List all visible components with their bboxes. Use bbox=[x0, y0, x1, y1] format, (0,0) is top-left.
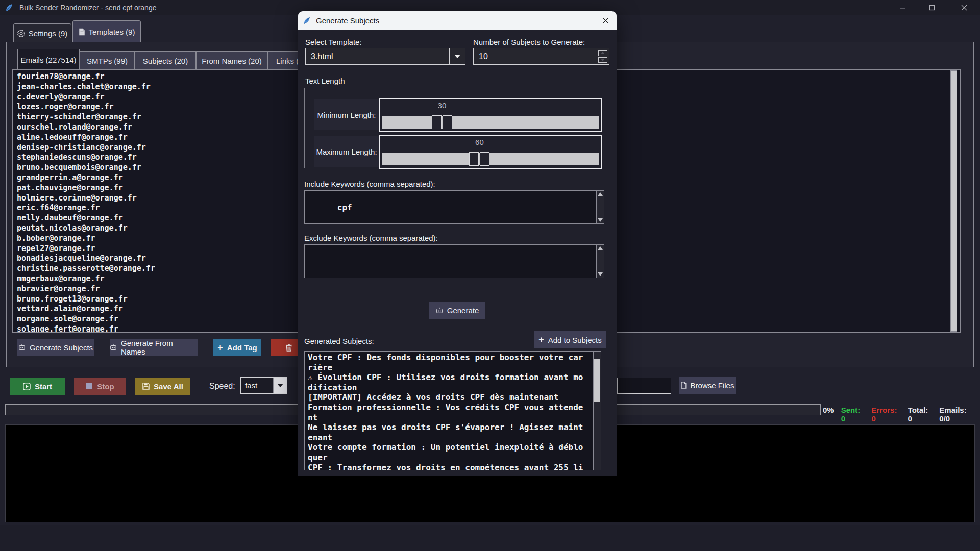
save-all-label: Save All bbox=[154, 382, 183, 391]
slider-track[interactable] bbox=[382, 116, 599, 129]
template-value: 3.html bbox=[311, 52, 333, 61]
max-length-value: 60 bbox=[475, 138, 484, 146]
generate-button[interactable]: Generate bbox=[429, 302, 485, 319]
min-length-value: 30 bbox=[438, 101, 447, 110]
file-icon bbox=[681, 382, 687, 389]
email-list-scrollbar[interactable] bbox=[950, 70, 957, 332]
spinner-buttons[interactable] bbox=[598, 50, 607, 63]
browse-files-button[interactable]: Browse Files bbox=[679, 377, 736, 394]
include-keywords-value: cpf bbox=[337, 203, 352, 212]
chevron-down-icon[interactable] bbox=[449, 48, 465, 64]
generated-subjects-list[interactable]: Votre CPF : Des fonds disponibles pour b… bbox=[304, 351, 601, 470]
dialog-titlebar: Generate Subjects bbox=[298, 11, 617, 30]
subjects-scrollbar[interactable] bbox=[593, 351, 601, 470]
desktop: Bulk Sender Randomizer - send cpf orange… bbox=[0, 0, 980, 551]
subtab-smtps[interactable]: SMTPs (99) bbox=[80, 51, 135, 71]
arrow-up-icon bbox=[598, 246, 603, 250]
play-icon bbox=[23, 383, 31, 390]
app-feather-icon bbox=[5, 4, 13, 12]
min-length-slider[interactable]: 30 bbox=[379, 98, 602, 132]
window-title: Bulk Sender Randomizer - send cpf orange bbox=[19, 4, 156, 12]
tab-templates-label: Templates (9) bbox=[89, 28, 135, 36]
close-button[interactable] bbox=[952, 0, 976, 15]
save-icon bbox=[142, 383, 150, 390]
max-length-slider[interactable]: 60 bbox=[379, 135, 602, 169]
subtab-from-names[interactable]: From Names (20) bbox=[196, 51, 267, 71]
arrow-down-icon bbox=[598, 272, 603, 276]
min-length-label: Minimum Length: bbox=[317, 111, 376, 119]
document-icon bbox=[79, 28, 85, 36]
arrow-up-icon bbox=[598, 192, 603, 196]
app-feather-icon bbox=[303, 17, 311, 24]
plus-icon: + bbox=[538, 335, 544, 344]
browse-files-label: Browse Files bbox=[691, 381, 734, 390]
min-length-labelpanel: Minimum Length: bbox=[314, 99, 379, 130]
subtab-emails[interactable]: Emails (227514) bbox=[17, 49, 80, 71]
stop-button[interactable]: Stop bbox=[74, 378, 126, 395]
tab-settings-label: Settings (9) bbox=[29, 29, 68, 38]
stop-icon bbox=[86, 383, 93, 390]
subject-count-value: 10 bbox=[479, 52, 488, 61]
template-combobox[interactable]: 3.html bbox=[305, 48, 465, 65]
subject-count-label: Number of Subjects to Generate: bbox=[473, 38, 585, 46]
file-path-input[interactable] bbox=[617, 378, 671, 394]
include-scrollbar[interactable] bbox=[596, 190, 604, 224]
dialog-title: Generate Subjects bbox=[316, 16, 379, 25]
start-button[interactable]: Start bbox=[10, 378, 65, 395]
emails-count: Emails: 0/0 bbox=[939, 406, 976, 423]
generate-subjects-button[interactable]: Generate Subjects bbox=[17, 339, 94, 356]
status-stats: 0% Sent: 0 Errors: 0 Total: 0 Emails: 0/… bbox=[823, 406, 976, 423]
save-all-button[interactable]: Save All bbox=[135, 378, 190, 395]
robot-icon bbox=[18, 344, 26, 351]
subject-item: Ne laissez pas vos droits CPF s'évaporer… bbox=[308, 422, 587, 442]
subject-count-spinner[interactable]: 10 bbox=[473, 48, 609, 65]
subtab-subjects-label: Subjects (20) bbox=[143, 57, 188, 65]
dialog-close-button[interactable] bbox=[598, 14, 612, 27]
subject-item: ⚠ Évolution CPF : Utilisez vos droits fo… bbox=[308, 372, 587, 392]
subtab-smtps-label: SMTPs (99) bbox=[87, 57, 128, 65]
plus-icon: + bbox=[217, 343, 223, 352]
subject-item: Formation professionnelle : Vos crédits … bbox=[308, 403, 587, 422]
generated-subjects-label: Generated Subjects: bbox=[304, 337, 374, 345]
text-length-group: Minimum Length: 30 Maximum Length: 60 bbox=[304, 88, 610, 168]
include-keywords-input[interactable]: cpf bbox=[304, 190, 596, 224]
spin-up-icon[interactable] bbox=[598, 50, 607, 56]
robot-icon bbox=[110, 344, 117, 351]
slider-track[interactable] bbox=[382, 153, 599, 165]
subject-item: CPF : Transformez vos droits en compéten… bbox=[308, 463, 587, 470]
generate-from-names-label: Generate From Names bbox=[121, 339, 198, 356]
stop-label: Stop bbox=[97, 382, 114, 391]
max-length-label: Maximum Length: bbox=[316, 147, 377, 156]
subtab-subjects[interactable]: Subjects (20) bbox=[135, 51, 196, 71]
trash-icon bbox=[285, 344, 292, 352]
generate-subjects-label: Generate Subjects bbox=[30, 343, 93, 352]
start-label: Start bbox=[35, 382, 52, 391]
generate-from-names-button[interactable]: Generate From Names bbox=[110, 339, 198, 356]
spin-down-icon[interactable] bbox=[598, 57, 607, 63]
chevron-down-icon[interactable] bbox=[273, 378, 287, 393]
speed-label: Speed: bbox=[209, 382, 235, 391]
speed-select[interactable]: fast bbox=[240, 377, 287, 394]
add-to-subjects-label: Add to Subjects bbox=[548, 336, 602, 344]
progress-percent: 0% bbox=[823, 406, 834, 423]
exclude-keywords-input[interactable] bbox=[304, 244, 596, 278]
exclude-scrollbar[interactable] bbox=[596, 244, 604, 278]
add-to-subjects-button[interactable]: + Add to Subjects bbox=[534, 331, 606, 348]
select-template-label: Select Template: bbox=[305, 38, 362, 46]
subject-item: Votre CPF : Des fonds disponibles pour b… bbox=[308, 353, 587, 372]
tab-templates[interactable]: Templates (9) bbox=[72, 20, 141, 42]
add-tag-button[interactable]: + Add Tag bbox=[213, 339, 261, 356]
scroll-thumb[interactable] bbox=[594, 359, 600, 402]
slider-handle[interactable] bbox=[469, 152, 489, 166]
include-keywords-label: Include Keywords (comma separated): bbox=[304, 180, 435, 188]
gear-icon bbox=[17, 30, 25, 37]
speed-value: fast bbox=[245, 381, 257, 390]
maximize-button[interactable] bbox=[920, 0, 944, 15]
generate-label: Generate bbox=[447, 306, 479, 315]
tab-settings[interactable]: Settings (9) bbox=[13, 23, 71, 42]
total-count: Total: 0 bbox=[908, 406, 933, 423]
add-tag-label: Add Tag bbox=[227, 343, 257, 352]
subtab-from-names-label: From Names (20) bbox=[202, 57, 262, 65]
minimize-button[interactable] bbox=[891, 0, 914, 15]
slider-handle[interactable] bbox=[432, 115, 452, 129]
